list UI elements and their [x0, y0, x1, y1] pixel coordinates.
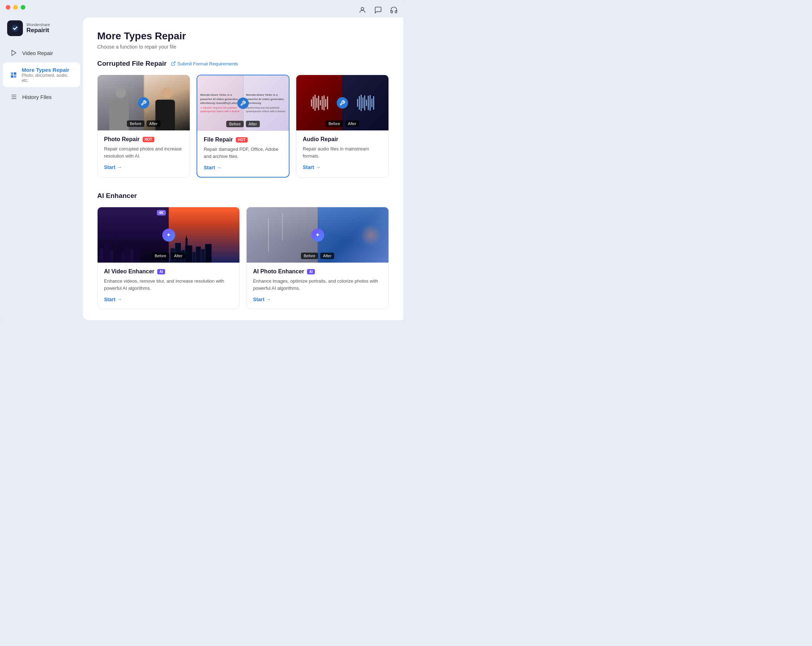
photo-repair-image: Before After [98, 75, 190, 130]
ai-enhancer-title: AI Enhancer [97, 192, 137, 200]
file-repair-title: File Repair [204, 137, 233, 143]
logo-text: Wondershare Repairit [26, 23, 50, 34]
account-icon[interactable] [357, 5, 368, 15]
photo-repair-desc: Repair corrupted photos and increase res… [104, 145, 183, 159]
svg-rect-4 [14, 72, 17, 75]
ai-badge-photo: AI [307, 269, 315, 274]
submit-format-link[interactable]: Submit Format Requirements [171, 61, 238, 67]
maximize-button[interactable] [21, 5, 25, 10]
sidebar: Wondershare Repairit Video Repair [0, 15, 83, 323]
more-types-sub: Photo, document, audio, etc. [22, 73, 73, 83]
audio-repair-image: Before After [296, 75, 389, 130]
audio-repair-desc: Repair audio files in mainstream formats… [303, 145, 382, 159]
corrupted-file-repair-title: Corrupted File Repair [97, 60, 166, 67]
svg-line-10 [173, 62, 175, 64]
photo-repair-card[interactable]: Before After Photo Repair HOT Repair cor… [97, 75, 190, 178]
app-window: Wondershare Repairit Video Repair [0, 0, 406, 323]
photo-repair-title: Photo Repair [104, 136, 140, 143]
page-subtitle: Choose a function to repair your file [97, 44, 389, 50]
history-files-icon [10, 93, 18, 101]
file-repair-card[interactable]: Wondershare Virbo is a powerful AI video… [197, 75, 290, 178]
close-button[interactable] [6, 5, 11, 10]
brand-name: Wondershare [26, 23, 50, 27]
badge-4k: 4K [157, 210, 166, 215]
ai-video-enhancer-start[interactable]: Start → [104, 297, 233, 302]
titlebar [0, 0, 406, 15]
svg-marker-2 [12, 50, 16, 56]
ai-badge-video: AI [157, 269, 165, 274]
waveform-before [311, 94, 328, 112]
photo-repair-start[interactable]: Start → [104, 165, 183, 170]
logo-icon [7, 20, 23, 36]
ai-video-enhancer-title: AI Video Enhancer [104, 268, 154, 275]
chat-icon[interactable] [373, 5, 383, 15]
audio-repair-start[interactable]: Start → [303, 165, 382, 170]
minimize-button[interactable] [13, 5, 18, 10]
ai-enhancer-cards: 4K [97, 207, 389, 309]
ai-video-enhancer-body: AI Video Enhancer AI Enhance videos, rem… [98, 263, 240, 309]
file-repair-desc: Repair damaged PDF, Office, Adobe and ar… [204, 146, 282, 160]
ai-video-enhancer-card[interactable]: 4K [97, 207, 240, 309]
file-repair-icon-overlay [237, 98, 249, 109]
svg-point-0 [361, 8, 363, 10]
ai-photo-enhancer-image: ✦ Before After [247, 207, 389, 263]
photo-repair-body: Photo Repair HOT Repair corrupted photos… [98, 130, 190, 177]
app-layout: Wondershare Repairit Video Repair [0, 15, 406, 323]
video-repair-label: Video Repair [22, 50, 53, 56]
photo-repair-icon-overlay [138, 97, 150, 109]
svg-point-1 [11, 24, 18, 32]
ai-photo-enhancer-body: AI Photo Enhancer AI Enhance images, opt… [247, 263, 389, 309]
sidebar-item-more-types-repair[interactable]: More Types Repair Photo, document, audio… [3, 62, 80, 87]
svg-rect-5 [11, 75, 14, 78]
svg-rect-3 [11, 72, 14, 75]
external-link-icon [171, 61, 176, 66]
corrupted-file-cards: Before After Photo Repair HOT Repair cor… [97, 75, 389, 178]
more-types-label: More Types Repair [22, 67, 73, 73]
history-files-label: History Files [22, 94, 52, 100]
ai-video-enhancer-image: 4K [98, 207, 240, 263]
audio-repair-icon-overlay [337, 97, 348, 109]
more-types-icon [10, 71, 17, 79]
sidebar-item-history-files[interactable]: History Files [3, 88, 80, 105]
ai-video-enhancer-desc: Enhance videos, remove blur, and increas… [104, 277, 233, 291]
ai-video-icon-overlay: ✦ [162, 229, 175, 242]
hot-badge-photo: HOT [143, 137, 154, 142]
app-logo: Wondershare Repairit [0, 18, 83, 43]
more-types-text: More Types Repair Photo, document, audio… [22, 67, 73, 83]
audio-repair-card[interactable]: Before After Audio Repair Repair audio f… [296, 75, 389, 178]
app-name: Repairit [26, 27, 50, 34]
main-content: More Types Repair Choose a function to r… [83, 18, 403, 320]
page-title: More Types Repair [97, 30, 389, 42]
file-repair-start[interactable]: Start → [204, 165, 282, 171]
audio-repair-body: Audio Repair Repair audio files in mains… [296, 130, 389, 177]
ai-photo-enhancer-card[interactable]: ✦ Before After AI Photo Enhancer AI [246, 207, 389, 309]
ai-photo-enhancer-title: AI Photo Enhancer [253, 268, 304, 275]
header-icons [357, 5, 399, 15]
corrupted-file-repair-header: Corrupted File Repair Submit Format Requ… [97, 60, 389, 67]
ai-photo-icon-overlay: ✦ [311, 229, 324, 242]
headset-icon[interactable] [389, 5, 399, 15]
hot-badge-file: HOT [236, 137, 248, 143]
ai-enhancer-header: AI Enhancer [97, 192, 389, 200]
ai-photo-enhancer-start[interactable]: Start → [253, 297, 382, 302]
ai-photo-enhancer-desc: Enhance images, optimize portraits, and … [253, 277, 382, 291]
video-repair-icon [10, 49, 18, 57]
audio-repair-title: Audio Repair [303, 136, 339, 143]
waveform-after [357, 94, 374, 112]
file-repair-body: File Repair HOT Repair damaged PDF, Offi… [197, 131, 289, 177]
file-repair-image: Wondershare Virbo is a powerful AI video… [197, 75, 289, 131]
sidebar-item-video-repair[interactable]: Video Repair [3, 45, 80, 61]
svg-rect-6 [14, 75, 17, 78]
